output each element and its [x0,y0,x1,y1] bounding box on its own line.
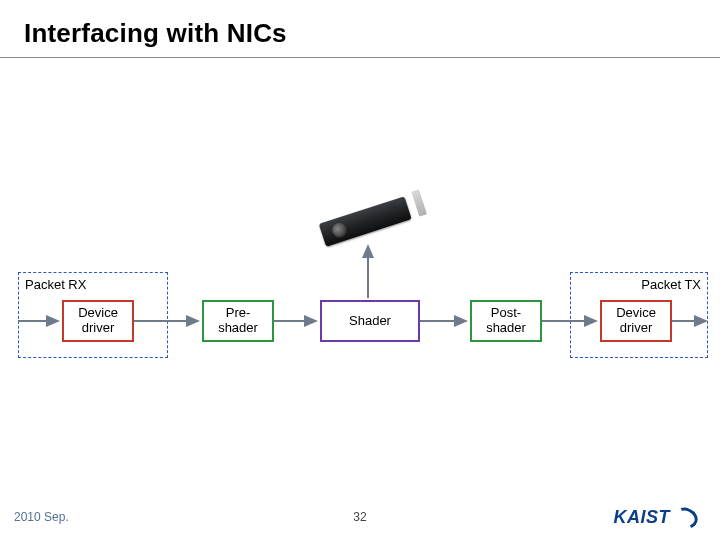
stage-label: Post-shader [486,306,526,336]
stage-label: Pre-shader [218,306,258,336]
stage-shader: Shader [320,300,420,342]
slide-title: Interfacing with NICs [24,18,696,49]
stage-device-tx: Devicedriver [600,300,672,342]
stage-label: Shader [349,314,391,329]
stage-post-shader: Post-shader [470,300,542,342]
stage-label: Devicedriver [78,306,118,336]
gpu-card-icon [316,186,423,255]
stage-device-rx: Devicedriver [62,300,134,342]
logo-text: KAIST [614,507,671,528]
title-bar: Interfacing with NICs [0,18,720,58]
stage-label: Devicedriver [616,306,656,336]
stage-pre-shader: Pre-shader [202,300,274,342]
logo-swoosh-icon [671,503,701,531]
flow-arrows [0,0,720,540]
slide: Interfacing with NICs Packet RX Packet T… [0,0,720,540]
packet-rx-label: Packet RX [25,277,86,292]
kaist-logo: KAIST [614,507,699,528]
page-number: 32 [0,510,720,524]
packet-tx-label: Packet TX [641,277,701,292]
